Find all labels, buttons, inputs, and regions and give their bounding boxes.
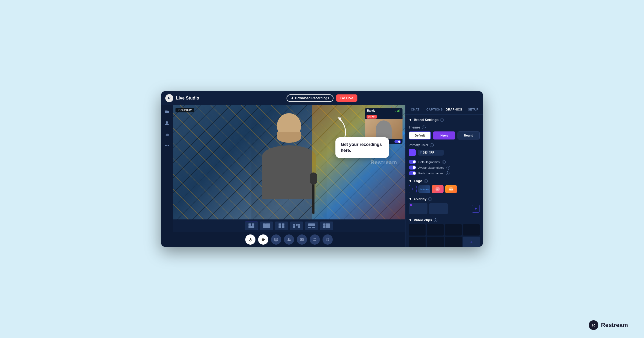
layout-1[interactable]: [245, 222, 258, 230]
callout-bubble: Get your recordings here.: [335, 137, 389, 158]
overlay-item-2[interactable]: [429, 203, 448, 214]
layout-4[interactable]: [290, 222, 303, 230]
toggle-row-default-graphics: Default graphics i: [409, 160, 480, 164]
go-live-button[interactable]: Go Live: [336, 94, 358, 102]
hash-symbol: #: [420, 151, 422, 155]
logo-golive1[interactable]: GO: [432, 185, 444, 193]
signal-bar-4: [400, 109, 400, 112]
sidebar-item-more[interactable]: [163, 142, 171, 150]
sidebar-icons: [161, 105, 173, 247]
logo-section: ▼ Logo i + Restream GO: [409, 179, 480, 193]
svg-point-5: [168, 145, 169, 146]
logo-info[interactable]: i: [424, 179, 428, 183]
add-participant-button[interactable]: [284, 234, 294, 245]
themes-row: Default News Round: [409, 131, 480, 139]
app-logo: R: [165, 94, 173, 102]
color-swatch[interactable]: [409, 149, 416, 156]
svg-point-23: [327, 239, 328, 240]
logo-restream[interactable]: Restream: [418, 185, 430, 193]
overlay-section-header[interactable]: ▼ Overlay i: [409, 197, 480, 201]
svg-rect-10: [262, 238, 264, 241]
overlay-item-1[interactable]: [409, 203, 427, 214]
tab-setup[interactable]: SETUP: [464, 105, 483, 114]
overlay-label: Overlay: [414, 197, 427, 201]
media-button[interactable]: [297, 234, 307, 245]
tab-graphics[interactable]: GRAPHICS: [444, 105, 464, 114]
logo-section-header[interactable]: ▼ Logo i: [409, 179, 480, 183]
tab-chat[interactable]: CHAT: [405, 105, 425, 114]
video-clips-header[interactable]: ▼ Video clips i: [409, 218, 480, 222]
bottom-brand-icon: R: [589, 320, 598, 330]
primary-color-label: Primary Color: [409, 143, 428, 147]
brand-settings-header[interactable]: ▼ Brand Settings i: [409, 118, 480, 122]
primary-color-section: Primary Color i #: [409, 143, 480, 156]
video-clips-info[interactable]: i: [434, 218, 437, 222]
clip-item-3[interactable]: [445, 224, 462, 236]
default-graphics-label: Default graphics: [418, 160, 440, 164]
toggles-section: Default graphics i Avatar placeholders i…: [409, 160, 480, 175]
brand-settings-info[interactable]: i: [440, 118, 444, 122]
signal-bar-3: [398, 110, 399, 112]
bottom-brand: R Restream: [589, 320, 628, 330]
clip-item-1[interactable]: [409, 224, 426, 236]
themes-label: Themes: [409, 126, 420, 129]
layout-6[interactable]: [320, 222, 333, 230]
avatar-toggle[interactable]: [409, 166, 416, 170]
camera-button[interactable]: [258, 234, 268, 245]
video-background: PREVIEW Restream Randy: [173, 105, 405, 219]
download-icon: ⬇: [291, 96, 294, 100]
svg-line-15: [275, 239, 276, 240]
avatar-info[interactable]: i: [447, 166, 450, 170]
mini-toggle[interactable]: [394, 140, 401, 143]
layout-5[interactable]: [305, 222, 318, 230]
preview-badge: PREVIEW: [175, 108, 194, 112]
default-graphics-toggle[interactable]: [409, 160, 416, 164]
app-wrapper: R Live Studio ⬇ Download Recordings Go L…: [0, 0, 644, 338]
clip-add-button[interactable]: +: [463, 237, 480, 247]
clips-grid-row1: [409, 224, 480, 236]
theme-default-button[interactable]: Default: [409, 131, 431, 139]
clip-item-6[interactable]: [427, 237, 444, 247]
logo-add-button[interactable]: +: [409, 185, 417, 193]
mic-button[interactable]: [245, 234, 255, 245]
overlay-info[interactable]: i: [428, 197, 432, 201]
tab-captions[interactable]: CAPTIONS: [425, 105, 444, 114]
tab-bar: CHAT CAPTIONS GRAPHICS SETUP: [405, 105, 483, 115]
rtmp-button[interactable]: RTMP: [310, 234, 320, 245]
layout-2[interactable]: [260, 222, 273, 230]
overlay-dot: [410, 204, 412, 206]
themes-info[interactable]: i: [422, 126, 426, 129]
theme-round-button[interactable]: Round: [458, 131, 480, 139]
clip-item-4[interactable]: [463, 224, 480, 236]
logo-golive2[interactable]: GO: [445, 185, 457, 193]
overlay-add-button[interactable]: +: [472, 205, 480, 213]
svg-marker-22: [301, 239, 302, 240]
callout-text: Get your recordings here.: [341, 142, 384, 154]
screen-share-button[interactable]: [271, 234, 281, 245]
overlay-arrow: ▼: [409, 197, 412, 201]
sidebar-item-person[interactable]: [163, 119, 171, 127]
clip-item-5[interactable]: [409, 237, 426, 247]
theme-news-button[interactable]: News: [433, 131, 455, 139]
clip-item-2[interactable]: [427, 224, 444, 236]
logo-arrow: ▼: [409, 179, 412, 183]
download-label: Download Recordings: [295, 96, 329, 100]
svg-point-4: [166, 145, 167, 146]
download-recordings-button[interactable]: ⬇ Download Recordings: [287, 94, 334, 102]
clip-item-7[interactable]: [445, 237, 462, 247]
sidebar-item-cloud[interactable]: [163, 130, 171, 138]
svg-line-17: [276, 238, 277, 240]
color-hex-input[interactable]: [423, 151, 442, 155]
svg-line-16: [276, 239, 276, 240]
participants-info[interactable]: i: [446, 171, 449, 175]
sidebar-item-video[interactable]: [163, 108, 171, 116]
svg-text:GO: GO: [436, 188, 439, 191]
primary-color-info[interactable]: i: [430, 143, 434, 147]
header-center-controls: ⬇ Download Recordings Go Live: [287, 94, 357, 102]
brand-watermark: Restream: [371, 159, 397, 166]
participants-toggle[interactable]: [409, 171, 416, 175]
default-graphics-info[interactable]: i: [442, 160, 446, 164]
signal-bar-2: [397, 111, 398, 112]
layout-3[interactable]: [275, 222, 288, 230]
settings-button[interactable]: [323, 234, 333, 245]
